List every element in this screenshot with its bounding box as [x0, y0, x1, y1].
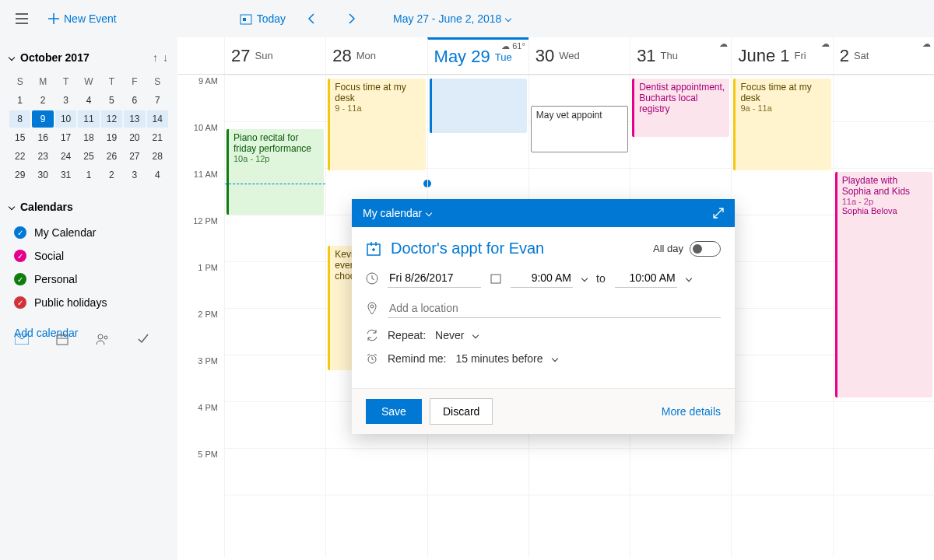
mini-cal-day[interactable]: 25: [78, 148, 99, 165]
calendar-item[interactable]: ✓Public holidays: [9, 291, 168, 314]
day-column[interactable]: Piano recital for friday performance10a …: [224, 75, 325, 557]
mini-cal-day[interactable]: 1: [78, 166, 99, 184]
calendar-event[interactable]: Focus time at my desk9 - 11a: [328, 79, 425, 170]
calendar-event[interactable]: Focus time at my desk9a - 11a: [733, 79, 830, 170]
more-details-link[interactable]: More details: [662, 405, 721, 418]
mini-cal-day[interactable]: 21: [147, 129, 168, 146]
people-icon[interactable]: [90, 327, 115, 352]
today-button[interactable]: Today: [240, 12, 286, 25]
prev-week-button[interactable]: [300, 6, 325, 31]
day-header[interactable]: 30Wed: [528, 37, 630, 74]
chevron-down-icon[interactable]: [685, 275, 691, 281]
remind-value[interactable]: 15 minutes before: [455, 352, 542, 365]
mini-cal-day[interactable]: 16: [32, 129, 53, 146]
day-header[interactable]: 2Sat☁: [833, 37, 934, 74]
date-input[interactable]: [388, 268, 481, 288]
date-range-label: May 27 - June 2, 2018: [393, 12, 501, 25]
start-time-input[interactable]: [511, 268, 573, 288]
mini-cal-day[interactable]: 24: [55, 148, 76, 165]
day-header[interactable]: June 1Fri☁: [731, 37, 832, 74]
mini-cal-day[interactable]: 29: [9, 166, 30, 184]
calendar-event[interactable]: [430, 79, 527, 133]
location-icon: [366, 302, 378, 316]
next-week-button[interactable]: [339, 6, 363, 31]
save-button[interactable]: Save: [366, 399, 422, 424]
mini-cal-day[interactable]: 3: [55, 92, 76, 109]
mini-cal-dow: T: [55, 73, 76, 90]
mini-cal-prev-icon[interactable]: ↑: [153, 51, 158, 64]
mini-cal-day[interactable]: 8: [9, 110, 30, 128]
calendar-picker-icon[interactable]: [490, 273, 501, 284]
mini-cal-day[interactable]: 30: [32, 166, 53, 184]
mini-cal-day[interactable]: 14: [147, 110, 168, 128]
mini-cal-day[interactable]: 31: [55, 166, 76, 184]
new-event-button[interactable]: New Event: [48, 12, 117, 25]
chevron-down-icon[interactable]: [581, 275, 588, 281]
calendar-event[interactable]: Dentist appointment, Bucharts local regi…: [632, 79, 729, 137]
day-header[interactable]: 27Sun: [224, 37, 325, 74]
mini-calendar: SMTWTFS123456789101112131415161718192021…: [9, 73, 168, 184]
chevron-down-icon[interactable]: [9, 54, 15, 61]
repeat-value[interactable]: Never: [435, 329, 464, 341]
mini-cal-day[interactable]: 1: [9, 92, 30, 109]
mini-cal-day[interactable]: 10: [55, 110, 76, 128]
calendar-icon[interactable]: [50, 327, 75, 352]
day-header[interactable]: May 29Tue☁ 61°: [427, 37, 528, 74]
calendar-event[interactable]: Piano recital for friday performance10a …: [226, 129, 324, 215]
mini-cal-day[interactable]: 22: [9, 148, 30, 165]
chevron-down-icon[interactable]: [551, 355, 557, 362]
mini-cal-day[interactable]: 2: [101, 166, 122, 184]
mini-cal-day[interactable]: 2: [32, 92, 53, 109]
calendar-event[interactable]: Playdate with Sophia and Kids11a - 2pSop…: [835, 172, 932, 397]
location-input[interactable]: [388, 299, 721, 318]
hamburger-icon[interactable]: [9, 6, 34, 31]
mini-cal-day[interactable]: 6: [124, 92, 145, 109]
mini-cal-day[interactable]: 4: [78, 92, 99, 109]
mini-cal-dow: M: [32, 73, 53, 90]
mini-cal-day[interactable]: 20: [124, 129, 145, 146]
end-time-input[interactable]: [615, 268, 677, 288]
chevron-down-icon[interactable]: [426, 210, 432, 216]
mini-cal-header: October 2017 ↑ ↓: [9, 51, 168, 64]
calendar-item[interactable]: ✓My Calendar: [9, 221, 168, 244]
todo-icon[interactable]: [131, 327, 156, 352]
calendar-color-dot: ✓: [14, 296, 26, 309]
day-of-week: Sat: [854, 50, 869, 61]
mini-cal-day[interactable]: 26: [101, 148, 122, 165]
calendar-item[interactable]: ✓Personal: [9, 268, 168, 291]
mini-cal-day[interactable]: 4: [147, 166, 168, 184]
mini-cal-day[interactable]: 3: [124, 166, 145, 184]
mini-cal-day[interactable]: 9: [32, 110, 53, 128]
day-header[interactable]: 28Mon: [325, 37, 427, 74]
allday-toggle[interactable]: [690, 241, 721, 257]
chevron-down-icon[interactable]: [472, 332, 479, 338]
popup-calendar-name[interactable]: My calendar: [363, 207, 422, 219]
mini-cal-day[interactable]: 28: [147, 148, 168, 165]
mini-cal-day[interactable]: 23: [32, 148, 53, 165]
discard-button[interactable]: Discard: [430, 398, 493, 425]
chevron-down-icon[interactable]: [9, 204, 15, 210]
svg-rect-3: [57, 335, 68, 345]
date-range-picker[interactable]: May 27 - June 2, 2018: [393, 12, 511, 25]
svg-point-5: [104, 336, 107, 339]
mail-icon[interactable]: [9, 327, 34, 352]
expand-icon[interactable]: [713, 208, 724, 219]
event-title-input[interactable]: [391, 240, 644, 257]
mini-cal-day[interactable]: 27: [124, 148, 145, 165]
mini-cal-day[interactable]: 13: [124, 110, 145, 128]
mini-cal-day[interactable]: 19: [101, 129, 122, 146]
mini-cal-day[interactable]: 11: [78, 110, 99, 128]
mini-cal-day[interactable]: 12: [101, 110, 122, 128]
day-column[interactable]: Focus time at my desk9a - 11a: [731, 75, 832, 557]
calendar-item[interactable]: ✓Social: [9, 244, 168, 268]
repeat-label: Repeat:: [388, 329, 426, 341]
calendar-event[interactable]: May vet appoint: [531, 106, 628, 152]
day-column[interactable]: Playdate with Sophia and Kids11a - 2pSop…: [833, 75, 934, 557]
mini-cal-day[interactable]: 18: [78, 129, 99, 146]
mini-cal-next-icon[interactable]: ↓: [163, 51, 168, 64]
mini-cal-day[interactable]: 17: [55, 129, 76, 146]
day-header[interactable]: 31Thu☁: [630, 37, 731, 74]
mini-cal-day[interactable]: 5: [101, 92, 122, 109]
mini-cal-day[interactable]: 7: [147, 92, 168, 109]
mini-cal-day[interactable]: 15: [9, 129, 30, 146]
